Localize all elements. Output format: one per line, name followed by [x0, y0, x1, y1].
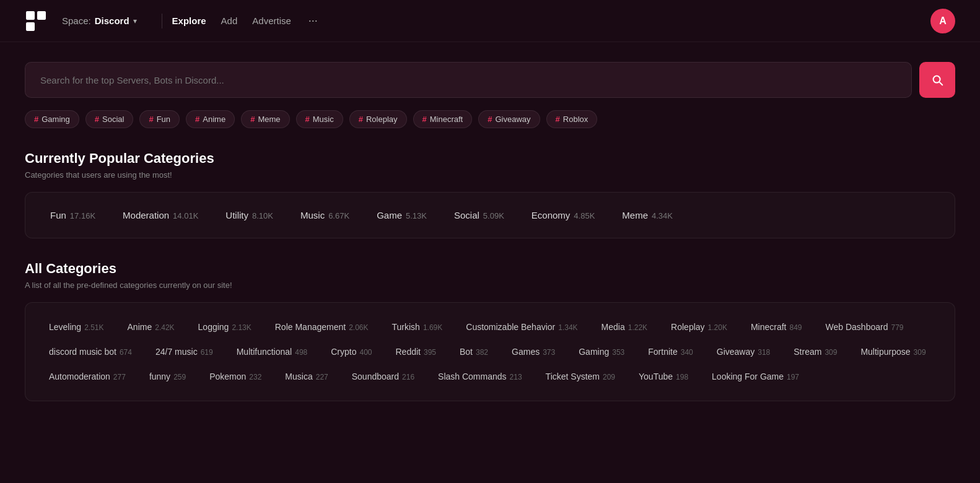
- all-category-item[interactable]: Games373: [503, 342, 564, 361]
- search-input[interactable]: [40, 75, 896, 85]
- all-category-item[interactable]: Looking For Game197: [703, 367, 808, 386]
- all-category-item[interactable]: funny259: [141, 367, 195, 386]
- nav-explore[interactable]: Explore: [172, 15, 206, 26]
- all-category-item[interactable]: Ticket System209: [537, 367, 624, 386]
- all-category-item[interactable]: Gaming353: [570, 342, 633, 361]
- all-section-subtitle: A list of all the pre-defined categories…: [25, 281, 955, 290]
- tag-pill[interactable]: #Meme: [241, 110, 289, 128]
- chevron-down-icon: ▾: [133, 17, 137, 25]
- search-button[interactable]: [919, 62, 955, 98]
- popular-category-item[interactable]: Social5.09K: [444, 205, 514, 225]
- popular-section-subtitle: Categories that users are using the most…: [25, 170, 955, 180]
- all-category-item[interactable]: Role Management2.06K: [266, 318, 377, 336]
- header: Space: Discord ▾ Explore Add Advertise ·…: [0, 0, 980, 42]
- popular-category-item[interactable]: Utility8.10K: [216, 205, 283, 225]
- space-label: Space:: [62, 15, 91, 26]
- all-category-item[interactable]: Crypto400: [322, 342, 380, 361]
- all-category-item[interactable]: Media1.22K: [593, 318, 657, 336]
- svg-rect-0: [26, 11, 35, 20]
- all-category-item[interactable]: Stream309: [785, 342, 846, 361]
- main-content: #Gaming#Social#Fun#Anime#Meme#Music#Role…: [0, 42, 980, 421]
- all-category-item[interactable]: Reddit395: [387, 342, 445, 361]
- tag-pill[interactable]: #Social: [85, 110, 134, 128]
- all-category-item[interactable]: Fortnite340: [639, 342, 702, 361]
- tag-pill[interactable]: #Gaming: [25, 110, 79, 128]
- tag-pill[interactable]: #Anime: [186, 110, 235, 128]
- all-category-item[interactable]: Logging2.13K: [190, 318, 260, 336]
- nav-links: Explore Add Advertise ···: [172, 14, 318, 27]
- all-category-item[interactable]: Soundboard216: [343, 367, 423, 386]
- avatar[interactable]: A: [930, 9, 955, 33]
- all-category-item[interactable]: Pokemon232: [201, 367, 270, 386]
- search-icon: [930, 73, 944, 87]
- all-category-item[interactable]: Musica227: [276, 367, 336, 386]
- all-category-item[interactable]: discord music bot674: [40, 342, 141, 361]
- all-category-item[interactable]: Turkish1.69K: [383, 318, 452, 336]
- logo[interactable]: [25, 10, 47, 32]
- nav-divider: [162, 14, 162, 28]
- all-category-item[interactable]: YouTube198: [630, 367, 697, 386]
- tag-pill[interactable]: #Roblox: [546, 110, 598, 128]
- all-category-item[interactable]: Multipurpose309: [852, 342, 934, 361]
- all-category-card: Leveling2.51KAnime2.42KLogging2.13KRole …: [25, 302, 955, 401]
- tag-pill[interactable]: #Music: [296, 110, 343, 128]
- tag-row: #Gaming#Social#Fun#Anime#Meme#Music#Role…: [25, 110, 955, 128]
- all-category-item[interactable]: Leveling2.51K: [40, 318, 113, 336]
- all-category-item[interactable]: Roleplay1.20K: [662, 318, 736, 336]
- nav-more-icon[interactable]: ···: [308, 14, 318, 27]
- all-category-item[interactable]: Giveaway318: [708, 342, 779, 361]
- popular-category-item[interactable]: Game5.13K: [367, 205, 437, 225]
- popular-category-item[interactable]: Meme4.34K: [612, 205, 683, 225]
- space-name: Discord: [95, 15, 129, 26]
- popular-category-item[interactable]: Music6.67K: [291, 205, 359, 225]
- popular-category-item[interactable]: Moderation14.01K: [113, 205, 208, 225]
- svg-rect-1: [37, 11, 46, 20]
- tag-pill[interactable]: #Fun: [139, 110, 180, 128]
- popular-category-card: Fun17.16KModeration14.01KUtility8.10KMus…: [25, 192, 955, 238]
- nav-advertise[interactable]: Advertise: [252, 15, 291, 26]
- all-category-item[interactable]: Slash Commands213: [429, 367, 531, 386]
- popular-category-item[interactable]: Economy4.85K: [522, 205, 605, 225]
- all-section-title: All Categories: [25, 261, 955, 277]
- all-category-item[interactable]: Minecraft849: [742, 318, 811, 336]
- search-container: [25, 62, 955, 98]
- all-category-item[interactable]: Customizable Behavior1.34K: [457, 318, 586, 336]
- all-category-item[interactable]: Multifunctional498: [228, 342, 317, 361]
- all-category-item[interactable]: 24/7 music619: [147, 342, 222, 361]
- all-category-item[interactable]: Web Dashboard779: [817, 318, 912, 336]
- space-selector[interactable]: Space: Discord ▾: [62, 15, 137, 26]
- tag-pill[interactable]: #Minecraft: [413, 110, 473, 128]
- popular-category-item[interactable]: Fun17.16K: [40, 205, 105, 225]
- nav-add[interactable]: Add: [221, 15, 238, 26]
- search-box: [25, 62, 912, 98]
- header-right: A: [930, 9, 955, 33]
- all-category-item[interactable]: Anime2.42K: [119, 318, 183, 336]
- popular-section-title: Currently Popular Categories: [25, 150, 955, 167]
- tag-pill[interactable]: #Giveaway: [478, 110, 540, 128]
- all-category-item[interactable]: Bot382: [451, 342, 497, 361]
- svg-rect-2: [26, 22, 35, 31]
- tag-pill[interactable]: #Roleplay: [349, 110, 407, 128]
- all-category-item[interactable]: Automoderation277: [40, 367, 134, 386]
